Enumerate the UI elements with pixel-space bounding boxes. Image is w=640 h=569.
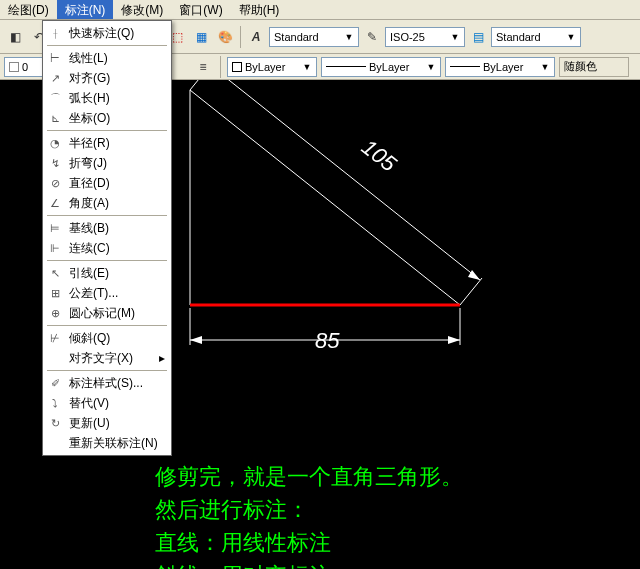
label: 圆心标记(M) [69,305,135,322]
arc-icon: ⌒ [47,90,63,106]
dim-base: 85 [315,328,340,353]
svg-line-3 [210,80,480,280]
separator [240,26,241,48]
tolerance-icon: ⊞ [47,285,63,301]
label: 对齐(G) [69,70,110,87]
menu-help[interactable]: 帮助(H) [231,0,288,19]
label: 快速标注(Q) [69,25,134,42]
dim-style-combo[interactable]: ISO-25 ▼ [385,27,465,47]
text-style-value: Standard [274,31,319,43]
label: 重新关联标注(N) [69,435,158,452]
menu-item-dim-style[interactable]: ✐标注样式(S)... [43,373,171,393]
oblique-icon: ⊬ [47,330,63,346]
table-style-combo[interactable]: Standard ▼ [491,27,581,47]
color-swatch [232,62,242,72]
lineweight-preview [450,66,480,67]
menu-item-tolerance[interactable]: ⊞公差(T)... [43,283,171,303]
menu-item-continue[interactable]: ⊩连续(C) [43,238,171,258]
menu-item-baseline[interactable]: ⊨基线(B) [43,218,171,238]
separator [47,370,167,371]
submenu-arrow-icon: ▸ [159,351,165,365]
menu-item-center[interactable]: ⊕圆心标记(M) [43,303,171,323]
separator [47,325,167,326]
chevron-down-icon: ▼ [424,62,438,72]
menu-item-quick-dim[interactable]: ⟊快速标注(Q) [43,23,171,43]
tool-icon[interactable]: ◧ [4,26,26,48]
label: 更新(U) [69,415,110,432]
separator [47,130,167,131]
label: 标注样式(S)... [69,375,143,392]
menu-item-jogged[interactable]: ↯折弯(J) [43,153,171,173]
menu-dimension[interactable]: 标注(N) [57,0,114,19]
radius-icon: ◔ [47,135,63,151]
dim-style-value: ISO-25 [390,31,425,43]
menu-modify[interactable]: 修改(M) [113,0,171,19]
text-style-icon[interactable]: A [245,26,267,48]
menu-item-radius[interactable]: ◔半径(R) [43,133,171,153]
center-icon: ⊕ [47,305,63,321]
separator [220,56,221,78]
color-combo[interactable]: ByLayer ▼ [227,57,317,77]
angular-icon: ∠ [47,195,63,211]
menu-item-arc[interactable]: ⌒弧长(H) [43,88,171,108]
table-icon[interactable]: ▦ [190,26,212,48]
menu-item-linear[interactable]: ⊢线性(L) [43,48,171,68]
menu-item-leader[interactable]: ↖引线(E) [43,263,171,283]
annot-line4: 斜线：用对齐标注 [155,559,463,569]
plotstyle-value: 随颜色 [564,59,597,74]
menu-item-diameter[interactable]: ⊘直径(D) [43,173,171,193]
text-style-combo[interactable]: Standard ▼ [269,27,359,47]
blank-icon [47,435,63,451]
label: 替代(V) [69,395,109,412]
menu-item-update[interactable]: ↻更新(U) [43,413,171,433]
color-value: ByLayer [245,61,285,73]
lineweight-combo[interactable]: ByLayer ▼ [445,57,555,77]
menu-item-align-text[interactable]: 对齐文字(X)▸ [43,348,171,368]
lineweight-value: ByLayer [483,61,523,73]
dim-style-icon[interactable]: ✎ [361,26,383,48]
menu-item-angular[interactable]: ∠角度(A) [43,193,171,213]
separator [47,260,167,261]
dimstyle-icon: ✐ [47,375,63,391]
annot-line1: 修剪完，就是一个直角三角形。 [155,460,463,493]
baseline-icon: ⊨ [47,220,63,236]
menu-item-reassociate[interactable]: 重新关联标注(N) [43,433,171,453]
svg-line-5 [460,278,482,305]
layer-states-icon[interactable]: ≡ [192,56,214,78]
table-style-icon[interactable]: ▤ [467,26,489,48]
annot-line3: 直线：用线性标注 [155,526,463,559]
chevron-down-icon: ▼ [538,62,552,72]
label: 公差(T)... [69,285,118,302]
chevron-down-icon: ▼ [448,32,462,42]
ordinate-icon: ⊾ [47,110,63,126]
label: 弧长(H) [69,90,110,107]
label: 倾斜(Q) [69,330,110,347]
layer-name: 0 [22,61,28,73]
menu-item-ordinate[interactable]: ⊾坐标(O) [43,108,171,128]
update-icon: ↻ [47,415,63,431]
leader-icon: ↖ [47,265,63,281]
chevron-down-icon: ▼ [300,62,314,72]
label: 折弯(J) [69,155,107,172]
linetype-preview [326,66,366,67]
dim-hypotenuse: 105 [357,134,402,177]
palette-icon[interactable]: 🎨 [214,26,236,48]
menu-item-override[interactable]: ⤵替代(V) [43,393,171,413]
menu-item-oblique[interactable]: ⊬倾斜(Q) [43,328,171,348]
menu-item-aligned[interactable]: ↗对齐(G) [43,68,171,88]
plotstyle-combo[interactable]: 随颜色 [559,57,629,77]
diameter-icon: ⊘ [47,175,63,191]
linetype-value: ByLayer [369,61,409,73]
menu-window[interactable]: 窗口(W) [171,0,230,19]
menu-draw[interactable]: 绘图(D) [0,0,57,19]
label: 半径(R) [69,135,110,152]
jogged-icon: ↯ [47,155,63,171]
layer-color-swatch [9,62,19,72]
separator [47,215,167,216]
blank-icon [47,350,63,366]
linetype-combo[interactable]: ByLayer ▼ [321,57,441,77]
chevron-down-icon: ▼ [342,32,356,42]
svg-marker-12 [448,336,460,344]
menu-bar: 绘图(D) 标注(N) 修改(M) 窗口(W) 帮助(H) [0,0,640,20]
annotation-text: 修剪完，就是一个直角三角形。 然后进行标注： 直线：用线性标注 斜线：用对齐标注 [155,460,463,569]
